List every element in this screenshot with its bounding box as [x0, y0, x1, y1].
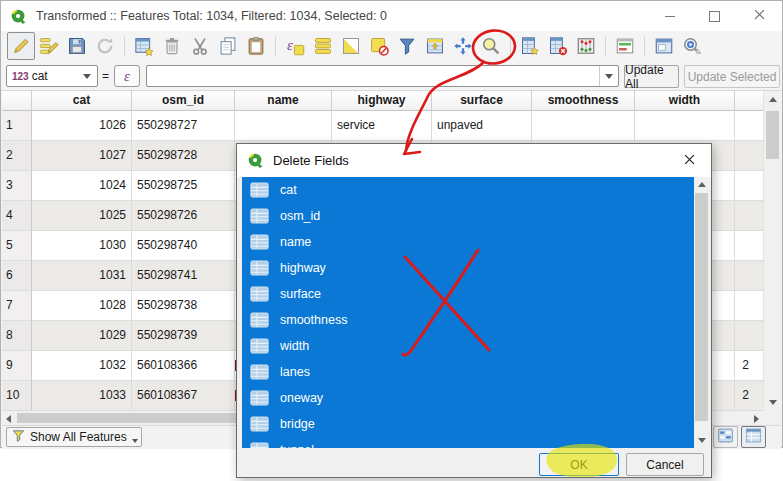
column-header-smoothness[interactable]: smoothness — [532, 91, 635, 111]
scroll-up-icon[interactable] — [769, 97, 777, 102]
paste-features-button[interactable] — [242, 32, 270, 60]
conditional-formatting-button[interactable] — [611, 32, 639, 60]
cell-extra[interactable] — [735, 141, 764, 171]
dock-attribute-table-button[interactable] — [650, 32, 678, 60]
field-item-smoothness[interactable]: smoothness — [242, 307, 694, 333]
field-item-name[interactable]: name — [242, 229, 694, 255]
dialog-scroll-thumb[interactable] — [695, 193, 708, 421]
table-view-toggle-button[interactable] — [741, 426, 766, 448]
toggle-multi-edit-mode-button[interactable] — [35, 32, 63, 60]
select-all-button[interactable] — [309, 32, 337, 60]
cell-extra[interactable] — [735, 231, 764, 261]
select-by-expression-button[interactable]: ε — [281, 32, 309, 60]
cell-osm_id[interactable]: 560108366 — [132, 351, 235, 381]
cell-extra[interactable] — [735, 171, 764, 201]
ok-button[interactable]: OK — [539, 453, 619, 476]
cell-cat[interactable]: 1025 — [32, 201, 132, 231]
row-number[interactable]: 5 — [2, 231, 32, 261]
deselect-all-button[interactable] — [365, 32, 393, 60]
vertical-scroll-thumb[interactable] — [766, 111, 779, 159]
column-header-width[interactable]: width — [635, 91, 735, 111]
cell-extra[interactable] — [735, 291, 764, 321]
expression-builder-button[interactable]: ε — [114, 65, 140, 87]
form-view-toggle-button[interactable] — [713, 426, 738, 448]
column-header-cat[interactable]: cat — [32, 91, 132, 111]
expression-input[interactable] — [146, 65, 619, 87]
delete-field-button[interactable] — [544, 32, 572, 60]
update-selected-button[interactable]: Update Selected — [684, 65, 780, 88]
row-number[interactable]: 7 — [2, 291, 32, 321]
actions-button[interactable] — [678, 32, 706, 60]
column-header-highway[interactable]: highway — [332, 91, 432, 111]
field-item-tunnel[interactable]: tunnel — [242, 437, 694, 448]
filter-select-by-form-button[interactable] — [393, 32, 421, 60]
show-all-features-button[interactable]: Show All Features — [6, 427, 142, 447]
dialog-scrollbar[interactable] — [694, 177, 709, 448]
field-item-highway[interactable]: highway — [242, 255, 694, 281]
copy-features-button[interactable] — [214, 32, 242, 60]
zoom-to-selection-button[interactable] — [477, 32, 505, 60]
maximize-button[interactable] — [692, 1, 737, 31]
scroll-down-icon[interactable] — [698, 438, 706, 443]
cell-osm_id[interactable]: 550298739 — [132, 321, 235, 351]
field-item-surface[interactable]: surface — [242, 281, 694, 307]
new-field-button[interactable] — [516, 32, 544, 60]
cell-cat[interactable]: 1028 — [32, 291, 132, 321]
cell-osm_id[interactable]: 560108367 — [132, 381, 235, 411]
column-header-surface[interactable]: surface — [432, 91, 532, 111]
cell-osm_id[interactable]: 550298738 — [132, 291, 235, 321]
row-number[interactable]: 3 — [2, 171, 32, 201]
vertical-scrollbar[interactable] — [763, 91, 780, 411]
cell-osm_id[interactable]: 550298727 — [132, 111, 235, 141]
cell-smoothness[interactable] — [532, 111, 635, 141]
field-item-bridge[interactable]: bridge — [242, 411, 694, 437]
cell-extra[interactable]: 2 — [735, 381, 764, 411]
cell-osm_id[interactable]: 550298728 — [132, 141, 235, 171]
cell-cat[interactable]: 1029 — [32, 321, 132, 351]
column-header-extra[interactable] — [735, 91, 764, 111]
cell-osm_id[interactable]: 550298726 — [132, 201, 235, 231]
cell-cat[interactable]: 1030 — [32, 231, 132, 261]
cell-surface[interactable]: unpaved — [432, 111, 532, 141]
column-header-osm_id[interactable]: osm_id — [132, 91, 235, 111]
cell-extra[interactable] — [735, 201, 764, 231]
cell-cat[interactable]: 1026 — [32, 111, 132, 141]
cancel-button[interactable]: Cancel — [626, 453, 704, 476]
pan-to-selection-button[interactable] — [449, 32, 477, 60]
invert-selection-button[interactable] — [337, 32, 365, 60]
field-item-cat[interactable]: cat — [242, 177, 694, 203]
update-all-button[interactable]: Update All — [624, 65, 679, 88]
add-feature-button[interactable] — [130, 32, 158, 60]
cell-width[interactable] — [635, 111, 735, 141]
cell-extra[interactable] — [735, 321, 764, 351]
move-selection-to-top-button[interactable] — [421, 32, 449, 60]
save-edits-button[interactable] — [63, 32, 91, 60]
dialog-close-button[interactable] — [667, 144, 711, 177]
cell-cat[interactable]: 1031 — [32, 261, 132, 291]
cell-extra[interactable] — [735, 261, 764, 291]
reload-table-button[interactable] — [91, 32, 119, 60]
row-number[interactable]: 1 — [2, 111, 32, 141]
scroll-left-icon[interactable] — [6, 415, 11, 423]
scroll-down-icon[interactable] — [769, 400, 777, 405]
cell-cat[interactable]: 1024 — [32, 171, 132, 201]
cell-cat[interactable]: 1033 — [32, 381, 132, 411]
row-number[interactable]: 6 — [2, 261, 32, 291]
row-number[interactable]: 2 — [2, 141, 32, 171]
cell-highway[interactable]: service — [332, 111, 432, 141]
field-item-oneway[interactable]: oneway — [242, 385, 694, 411]
cell-osm_id[interactable]: 550298741 — [132, 261, 235, 291]
row-number[interactable]: 4 — [2, 201, 32, 231]
field-selector-dropdown[interactable]: 123 cat — [6, 65, 98, 87]
field-item-osm_id[interactable]: osm_id — [242, 203, 694, 229]
scroll-up-icon[interactable] — [698, 182, 706, 187]
open-field-calculator-button[interactable] — [572, 32, 600, 60]
cell-extra[interactable]: 2 — [735, 351, 764, 381]
cell-name[interactable] — [235, 111, 332, 141]
toggle-editing-mode-button[interactable] — [7, 32, 35, 60]
field-item-lanes[interactable]: lanes — [242, 359, 694, 385]
cell-cat[interactable]: 1032 — [32, 351, 132, 381]
scroll-right-icon[interactable] — [754, 415, 759, 423]
cell-osm_id[interactable]: 550298740 — [132, 231, 235, 261]
row-number[interactable]: 8 — [2, 321, 32, 351]
